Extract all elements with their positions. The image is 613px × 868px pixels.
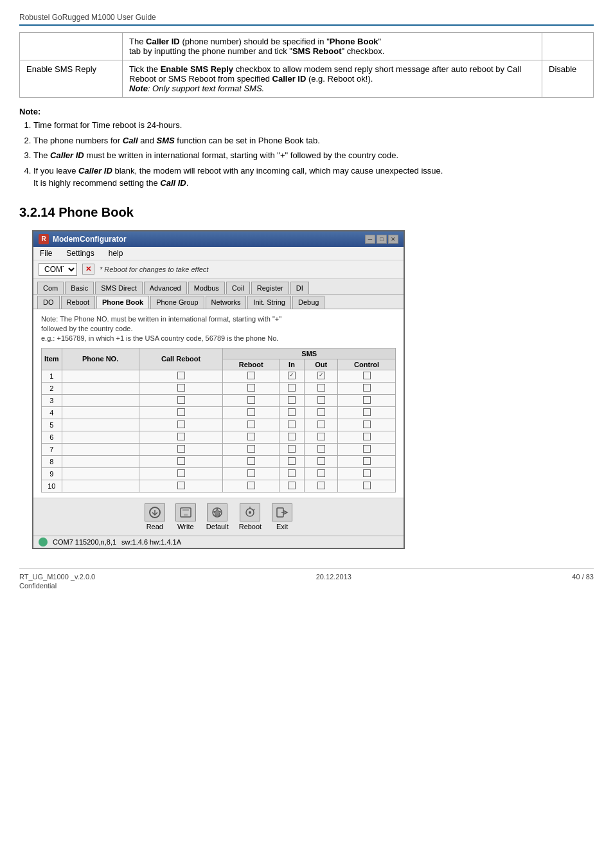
cell-sms-control[interactable] (338, 467, 396, 480)
cell-call-reboot[interactable] (139, 394, 223, 406)
sms-in-checkbox[interactable] (288, 457, 296, 465)
write-button[interactable]: Write (175, 503, 196, 530)
cell-call-reboot[interactable] (139, 406, 223, 419)
sms-reboot-checkbox[interactable] (247, 384, 255, 392)
cell-sms-control[interactable] (338, 406, 396, 419)
tab-register[interactable]: Register (251, 282, 289, 294)
tab-coil[interactable]: Coil (226, 282, 250, 294)
cell-sms-reboot[interactable] (223, 406, 279, 419)
sms-in-checkbox[interactable] (288, 445, 296, 453)
cell-sms-out[interactable] (305, 406, 338, 419)
tab-advanced[interactable]: Advanced (144, 282, 187, 294)
sms-reboot-checkbox[interactable] (247, 482, 255, 489)
sms-control-checkbox[interactable] (363, 433, 371, 440)
sms-in-checkbox[interactable] (288, 372, 296, 379)
tab-debug[interactable]: Debug (292, 296, 324, 309)
cell-sms-reboot[interactable] (223, 443, 279, 455)
sms-in-checkbox[interactable] (288, 433, 296, 440)
sms-reboot-checkbox[interactable] (247, 433, 255, 440)
cell-call-reboot[interactable] (139, 382, 223, 394)
cell-sms-out[interactable] (305, 370, 338, 382)
cell-sms-in[interactable] (279, 406, 304, 419)
call-reboot-checkbox[interactable] (177, 469, 185, 477)
cell-sms-reboot[interactable] (223, 394, 279, 406)
call-reboot-checkbox[interactable] (177, 396, 185, 404)
sms-control-checkbox[interactable] (363, 457, 371, 465)
cell-sms-reboot[interactable] (223, 480, 279, 492)
menu-help[interactable]: help (106, 248, 126, 258)
sms-control-checkbox[interactable] (363, 469, 371, 477)
sms-out-checkbox[interactable] (317, 384, 325, 392)
cell-sms-control[interactable] (338, 455, 396, 467)
sms-reboot-checkbox[interactable] (247, 445, 255, 453)
sms-reboot-checkbox[interactable] (247, 372, 255, 379)
cell-call-reboot[interactable] (139, 455, 223, 467)
sms-out-checkbox[interactable] (317, 396, 325, 404)
call-reboot-checkbox[interactable] (177, 372, 185, 379)
disconnect-button[interactable]: ✕ (82, 264, 94, 275)
sms-reboot-checkbox[interactable] (247, 420, 255, 428)
cell-sms-in[interactable] (279, 431, 304, 443)
call-reboot-checkbox[interactable] (177, 408, 185, 416)
menu-file[interactable]: File (37, 248, 55, 258)
cell-sms-control[interactable] (338, 443, 396, 455)
com-port-select[interactable]: COM7 COM1 COM2 COM3 (39, 263, 77, 276)
cell-sms-reboot[interactable] (223, 419, 279, 431)
cell-sms-reboot[interactable] (223, 467, 279, 480)
cell-sms-in[interactable] (279, 394, 304, 406)
sms-out-checkbox[interactable] (317, 482, 325, 489)
maximize-button[interactable]: □ (377, 235, 387, 244)
sms-out-checkbox[interactable] (317, 408, 325, 416)
tab-networks[interactable]: Networks (206, 296, 247, 309)
cell-sms-reboot[interactable] (223, 431, 279, 443)
call-reboot-checkbox[interactable] (177, 445, 185, 453)
sms-reboot-checkbox[interactable] (247, 469, 255, 477)
cell-sms-in[interactable] (279, 443, 304, 455)
cell-sms-control[interactable] (338, 394, 396, 406)
sms-out-checkbox[interactable] (317, 469, 325, 477)
cell-sms-in[interactable] (279, 467, 304, 480)
reboot-button[interactable]: Reboot (239, 503, 262, 530)
sms-reboot-checkbox[interactable] (247, 396, 255, 404)
cell-call-reboot[interactable] (139, 443, 223, 455)
tab-init-string[interactable]: Init. String (247, 296, 291, 309)
call-reboot-checkbox[interactable] (177, 482, 185, 489)
cell-sms-control[interactable] (338, 382, 396, 394)
default-button[interactable]: Default (206, 503, 229, 530)
cell-sms-in[interactable] (279, 419, 304, 431)
sms-out-checkbox[interactable] (317, 445, 325, 453)
sms-control-checkbox[interactable] (363, 420, 371, 428)
sms-in-checkbox[interactable] (288, 482, 296, 489)
cell-call-reboot[interactable] (139, 419, 223, 431)
sms-out-checkbox[interactable] (317, 420, 325, 428)
tab-do[interactable]: DO (37, 296, 60, 309)
cell-sms-out[interactable] (305, 455, 338, 467)
tab-phone-book[interactable]: Phone Book (96, 296, 149, 309)
cell-sms-control[interactable] (338, 480, 396, 492)
cell-sms-out[interactable] (305, 467, 338, 480)
cell-sms-reboot[interactable] (223, 382, 279, 394)
cell-sms-out[interactable] (305, 382, 338, 394)
tab-phone-group[interactable]: Phone Group (150, 296, 204, 309)
cell-sms-control[interactable] (338, 370, 396, 382)
menu-settings[interactable]: Settings (64, 248, 96, 258)
tab-reboot[interactable]: Reboot (61, 296, 95, 309)
cell-sms-out[interactable] (305, 443, 338, 455)
minimize-button[interactable]: ─ (365, 235, 375, 244)
sms-in-checkbox[interactable] (288, 396, 296, 404)
cell-sms-control[interactable] (338, 419, 396, 431)
tab-com[interactable]: Com (37, 282, 64, 294)
sms-out-checkbox[interactable] (317, 457, 325, 465)
call-reboot-checkbox[interactable] (177, 433, 185, 440)
sms-control-checkbox[interactable] (363, 482, 371, 489)
cell-call-reboot[interactable] (139, 480, 223, 492)
tab-basic[interactable]: Basic (65, 282, 94, 294)
sms-control-checkbox[interactable] (363, 372, 371, 379)
sms-control-checkbox[interactable] (363, 445, 371, 453)
cell-call-reboot[interactable] (139, 370, 223, 382)
tab-sms-direct[interactable]: SMS Direct (95, 282, 143, 294)
cell-sms-reboot[interactable] (223, 370, 279, 382)
read-button[interactable]: Read (145, 503, 165, 530)
titlebar-controls[interactable]: ─ □ ✕ (365, 235, 398, 244)
tab-di[interactable]: DI (290, 282, 309, 294)
